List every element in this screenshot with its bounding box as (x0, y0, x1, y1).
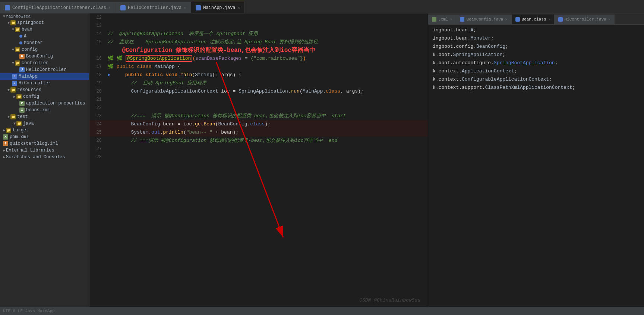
right-panel: .xml ✕ BeanConfig.java ✕ Bean.class ✕ Hi… (428, 13, 644, 307)
close-hi[interactable]: ✕ (608, 17, 610, 22)
right-line-1: ingboot.bean.A; (428, 26, 644, 34)
folder-icon-controller: 📁 (15, 60, 20, 66)
sidebar-label-test: test (17, 114, 28, 119)
tab-config-listener[interactable]: ConfigFileApplicationListener.class ✕ (0, 2, 116, 13)
close-tab-hello-controller[interactable]: ✕ (184, 6, 186, 10)
right-line-7: k.context.ConfigurableApplicationContext… (428, 75, 644, 84)
tab-main-app[interactable]: MainApp.java ✕ (191, 2, 244, 13)
xml-icon-pom: X (3, 134, 8, 140)
code-line-18: 18 ▶ public static void main(String[] ar… (89, 71, 428, 79)
arrow-controller: ▼ (12, 61, 14, 65)
code-line-19: 19 // 启动 SpringBoot 应用程序 (89, 79, 428, 87)
sidebar-label-mainapp: MainApp (19, 74, 37, 79)
sidebar-item-pomxml[interactable]: X pom.xml (0, 134, 89, 140)
file-icon-hi (558, 17, 563, 22)
right-line-6: k.context.ApplicationContext; (428, 67, 644, 75)
folder-icon-bean: 📁 (15, 27, 20, 32)
sidebar-item-hellocontroller[interactable]: J HelloController (0, 66, 89, 73)
java-icon-hellocontroller: J (19, 67, 25, 72)
sidebar-item-extlibs[interactable]: ▶ External Libraries (0, 147, 89, 154)
right-tabs: .xml ✕ BeanConfig.java ✕ Bean.class ✕ Hi… (428, 13, 644, 25)
tab-hello-controller[interactable]: HelloController.java ✕ (116, 2, 191, 13)
sidebar-item-resources[interactable]: ▼ 📁 resources (0, 87, 89, 93)
sidebar-item-bean[interactable]: ▼ 📁 bean (0, 26, 89, 33)
file-icon-bean (515, 17, 520, 22)
code-line-22: 22 (89, 104, 428, 112)
code-line-24: 24 BeanConfig bean = ioc.getBean(BeanCon… (89, 120, 428, 128)
sidebar-item-rainbowsea[interactable]: ▼ rainbowsea (0, 13, 89, 19)
code-line-15: 15 // 直接在 SpringBootApplication 注解后指定,让 … (89, 38, 428, 46)
xml-icon-beans: X (19, 107, 25, 113)
code-line-28: 28 (89, 153, 428, 161)
sidebar-label-beanconfig: BeanConfig (26, 54, 53, 59)
right-line-8: k.context.support.ClassPathXmlApplicatio… (428, 84, 644, 92)
close-bc[interactable]: ✕ (505, 17, 507, 22)
sidebar-label-scratches: Scratches and Consoles (6, 155, 65, 160)
close-bean[interactable]: ✕ (548, 17, 550, 22)
sidebar-item-scratches[interactable]: ▶ Scratches and Consoles (0, 154, 89, 160)
folder-icon-java: 📁 (16, 121, 22, 126)
arrow-bean: ▼ (12, 28, 14, 32)
folder-icon-resources: 📁 (10, 87, 16, 93)
sidebar-label-controller: controller (22, 60, 48, 66)
sidebar-item-iml[interactable]: I quickstartBlog.iml (0, 140, 89, 147)
sidebar-item-mainapp[interactable]: J MainApp (0, 73, 89, 80)
sidebar-label-resources: resources (17, 87, 41, 93)
sidebar-label-bean: bean (22, 27, 32, 32)
right-line-5: k.boot.autoconfigure.SpringBootApplicati… (428, 59, 644, 67)
editor-area: 12 13 14 // @SpringBootApplication 表示是一个… (89, 13, 428, 307)
arrow-java: ▼ (13, 122, 16, 126)
close-tab-main-app[interactable]: ✕ (238, 6, 240, 10)
bottom-bar: UTF-8 LF Java MainApp (0, 307, 644, 315)
java-icon-hicontroller: J (12, 81, 17, 86)
sidebar-label-rainbowsea: rainbowsea (6, 14, 31, 19)
arrow-test: ▼ (7, 115, 10, 119)
file-icon-main-app (196, 5, 201, 10)
folder-icon-target: 📁 (6, 128, 11, 133)
code-line-23: 23 //=== 演示 被@Configuration 修饰标识的配置类-bea… (89, 112, 428, 120)
sidebar-item-target[interactable]: ▶ 📁 target (0, 127, 89, 134)
code-line-21: 21 (89, 96, 428, 104)
folder-icon-config2: 📁 (16, 94, 22, 99)
code-content: 12 13 14 // @SpringBootApplication 表示是一个… (89, 13, 428, 161)
top-tab-bar: ConfigFileApplicationListener.class ✕ He… (0, 0, 644, 13)
sidebar-item-beansxml[interactable]: X beans.xml (0, 107, 89, 113)
arrow-springboot: ▼ (7, 21, 10, 25)
config-icon-beanconfig: C (19, 54, 25, 59)
close-tab-config-listener[interactable]: ✕ (108, 6, 111, 10)
sidebar-item-test[interactable]: ▼ 📁 test (0, 113, 89, 120)
sidebar-item-hicontroller[interactable]: J HiController (0, 80, 89, 87)
folder-icon-config: 📁 (15, 47, 20, 52)
sidebar-item-a[interactable]: A (0, 33, 89, 40)
sidebar-label-a: A (24, 34, 26, 39)
sidebar-item-config2[interactable]: ▶ 📁 config (0, 93, 89, 100)
sidebar-label-config: config (22, 47, 38, 52)
right-tab-bean-class[interactable]: Bean.class ✕ (512, 15, 555, 24)
sidebar-item-springboot[interactable]: ▼ 📁 springboot (0, 19, 89, 26)
sidebar-label-beansxml: beans.xml (26, 107, 50, 113)
sidebar-label-config2: config (23, 94, 39, 99)
arrow-extlibs: ▶ (3, 148, 5, 153)
sidebar-item-appprops[interactable]: P application.properties (0, 100, 89, 107)
right-tab-xml[interactable]: .xml ✕ (428, 15, 456, 24)
code-editor[interactable]: 12 13 14 // @SpringBootApplication 表示是一个… (89, 13, 428, 307)
right-tab-beanconfig[interactable]: BeanConfig.java ✕ (456, 15, 511, 24)
sidebar-item-config[interactable]: ▼ 📁 config (0, 46, 89, 53)
sidebar-label-target: target (13, 128, 29, 133)
file-icon-xml (432, 17, 436, 22)
file-icon-hello-controller (120, 5, 126, 10)
sidebar-label-springboot: springboot (17, 20, 44, 25)
sidebar-item-beanconfig[interactable]: C BeanConfig (0, 53, 89, 60)
circle-icon-a (19, 35, 22, 38)
sidebar-item-controller[interactable]: ▼ 📁 controller (0, 60, 89, 66)
right-tab-hicontroller[interactable]: HiController.java ✕ (555, 15, 615, 24)
code-line-17: 17 🌿 public class MainApp { (89, 63, 428, 71)
close-xml[interactable]: ✕ (450, 17, 452, 22)
sidebar-label-hellocontroller: HelloController (26, 67, 66, 72)
sidebar-item-monster[interactable]: Monster (0, 40, 89, 46)
java-icon-mainapp: J (12, 74, 17, 79)
sidebar-label-extlibs: External Libraries (6, 148, 54, 153)
sidebar-item-java[interactable]: ▼ 📁 java (0, 120, 89, 127)
right-code-panel[interactable]: ingboot.bean.A; ingboot.bean.Monster; in… (428, 25, 644, 307)
folder-icon-test: 📁 (10, 114, 16, 119)
